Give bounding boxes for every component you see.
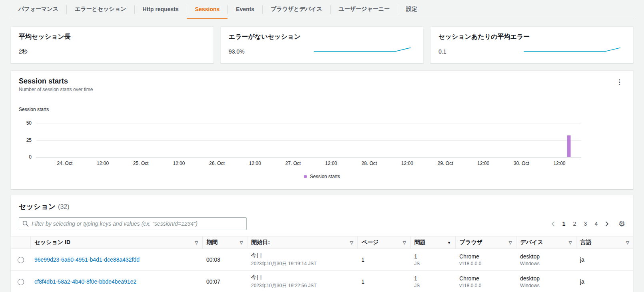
issues-cell: 1 JS — [410, 271, 455, 292]
pages-cell: 1 — [357, 271, 410, 292]
session-starts-bar[interactable] — [567, 135, 570, 157]
y-tick-label: 25 — [26, 137, 32, 143]
sort-descending-icon[interactable]: ▼ — [447, 240, 451, 245]
filter-icon[interactable]: ▽ — [195, 240, 198, 245]
device-cell: desktop Windows — [516, 249, 576, 271]
tab-performance[interactable]: パフォーマンス — [10, 0, 66, 19]
x-tick-label: 28. Oct — [361, 161, 377, 166]
issues-count: 1 — [414, 253, 451, 260]
tab-bar: パフォーマンス エラーとセッション Http requests Sessions… — [10, 0, 634, 19]
start-date-cell: 今日 2023年10月30日 19:22:56 JST — [247, 271, 357, 292]
column-header-duration[interactable]: 期間▽ — [202, 236, 247, 249]
column-label: デバイス — [520, 239, 543, 246]
x-tick-label: 27. Oct — [285, 161, 301, 166]
device-type: desktop — [520, 253, 572, 260]
y-axis-label: Session starts — [19, 107, 625, 112]
tab-events[interactable]: Events — [228, 0, 262, 19]
kebab-menu-icon[interactable]: ⋮ — [614, 77, 625, 87]
session-starts-panel: Session starts Number of session starts … — [10, 70, 634, 189]
filter-icon[interactable]: ▽ — [569, 240, 572, 245]
page: パフォーマンス エラーとセッション Http requests Sessions… — [0, 0, 644, 292]
filter-box — [19, 217, 247, 230]
sparkline-chart — [314, 47, 412, 53]
sessions-count: (32) — [58, 203, 69, 211]
card-title: エラーがないセッション — [229, 33, 415, 41]
sessions-title: セッション — [19, 202, 56, 211]
start-timestamp: 2023年10月30日 19:22:56 JST — [251, 282, 353, 289]
page-button-2[interactable]: 2 — [570, 219, 580, 229]
tab-http-requests[interactable]: Http requests — [135, 0, 187, 19]
tab-errors-and-sessions[interactable]: エラーとセッション — [67, 0, 134, 19]
metric-cards-row: 平均セッション長 2秒 エラーがないセッション 93.0% セッションあたりの平… — [10, 26, 634, 63]
x-tick-label: 12:00 — [553, 161, 565, 166]
row-select-radio[interactable] — [18, 279, 24, 285]
pages-cell: 1 — [357, 249, 410, 271]
device-cell: desktop Windows — [516, 271, 576, 292]
issues-type: JS — [414, 283, 451, 288]
y-tick-label: 0 — [29, 154, 32, 160]
sparkline-chart — [524, 47, 622, 53]
filter-icon[interactable]: ▽ — [240, 240, 243, 245]
browser-name: Chrome — [459, 275, 512, 282]
filter-icon[interactable]: ▽ — [509, 240, 512, 245]
column-header-browser[interactable]: ブラウザ▽ — [455, 236, 516, 249]
table-row: cf8f4db1-58a2-4b40-8f0e-bbde4bea91e2 00:… — [11, 271, 633, 292]
x-tick-label: 25. Oct — [133, 161, 149, 166]
table-toolbar: 1 2 3 4 ⚙ — [11, 217, 633, 230]
page-button-4[interactable]: 4 — [591, 219, 601, 229]
start-day: 今日 — [251, 252, 353, 259]
y-tick-label: 50 — [26, 120, 32, 126]
tab-browsers-and-devices[interactable]: ブラウザとデバイス — [263, 0, 330, 19]
card-average-session-length: 平均セッション長 2秒 — [10, 26, 214, 63]
session-id-link[interactable]: 96e99d23-6a60-4951-b4d1-dce88a432fdd — [34, 256, 140, 263]
x-tick-label: 29. Oct — [438, 161, 453, 166]
table-row: 96e99d23-6a60-4951-b4d1-dce88a432fdd 00:… — [11, 249, 633, 271]
prev-page-icon[interactable] — [548, 219, 558, 229]
page-button-1[interactable]: 1 — [559, 219, 569, 229]
chart-legend-item[interactable]: Session starts — [19, 174, 625, 179]
start-day: 今日 — [251, 274, 353, 281]
browser-cell: Chrome v118.0.0.0 — [455, 249, 516, 271]
pagination: 1 2 3 4 ⚙ — [548, 219, 625, 229]
device-os: Windows — [520, 261, 572, 266]
filter-icon[interactable]: ▽ — [350, 240, 353, 245]
browser-version: v118.0.0.0 — [459, 261, 512, 266]
column-header-pages[interactable]: ページ▽ — [357, 236, 410, 249]
panel-subtitle: Number of session starts over time — [19, 87, 93, 92]
filter-icon[interactable]: ▽ — [626, 240, 629, 245]
filter-input[interactable] — [19, 217, 247, 230]
table-settings-gear-icon[interactable]: ⚙ — [618, 220, 625, 228]
column-header-start-date[interactable]: 開始日:▽ — [247, 236, 357, 249]
page-button-3[interactable]: 3 — [580, 219, 590, 229]
x-tick-label: 30. Oct — [514, 161, 529, 166]
filter-icon[interactable]: ▽ — [403, 240, 406, 245]
select-column-header — [11, 236, 30, 249]
tab-settings[interactable]: 設定 — [398, 0, 425, 19]
start-date-cell: 今日 2023年10月30日 19:19:14 JST — [247, 249, 357, 271]
table-header-row: セッション ID▽ 期間▽ 開始日:▽ ページ▽ 問題▼ ブ — [11, 236, 633, 249]
column-header-device[interactable]: デバイス▽ — [516, 236, 576, 249]
legend-label: Session starts — [310, 174, 340, 179]
column-label: 期間 — [207, 239, 218, 246]
browser-version: v118.0.0.0 — [459, 283, 512, 288]
duration-cell: 00:07 — [202, 271, 247, 292]
column-label: 開始日: — [251, 239, 270, 246]
session-id-link[interactable]: cf8f4db1-58a2-4b40-8f0e-bbde4bea91e2 — [34, 278, 136, 285]
column-label: ブラウザ — [460, 239, 483, 246]
next-page-icon[interactable] — [602, 219, 612, 229]
tab-sessions[interactable]: Sessions — [187, 0, 227, 19]
column-header-issues[interactable]: 問題▼ — [410, 236, 455, 249]
browser-cell: Chrome v118.0.0.0 — [455, 271, 516, 292]
column-label: 言語 — [580, 239, 592, 246]
device-type: desktop — [520, 275, 572, 282]
x-tick-label: 12:00 — [325, 161, 337, 166]
duration-cell: 00:03 — [202, 249, 247, 271]
browser-name: Chrome — [459, 253, 512, 260]
gridline — [36, 140, 581, 141]
row-select-radio[interactable] — [18, 257, 24, 263]
column-header-language[interactable]: 言語▽ — [576, 236, 633, 249]
card-average-errors-per-session: セッションあたりの平均エラー 0.1 — [430, 26, 634, 63]
column-label: ページ — [362, 239, 379, 246]
column-header-session-id[interactable]: セッション ID▽ — [30, 236, 202, 249]
tab-user-journey[interactable]: ユーザージャーニー — [331, 0, 398, 19]
